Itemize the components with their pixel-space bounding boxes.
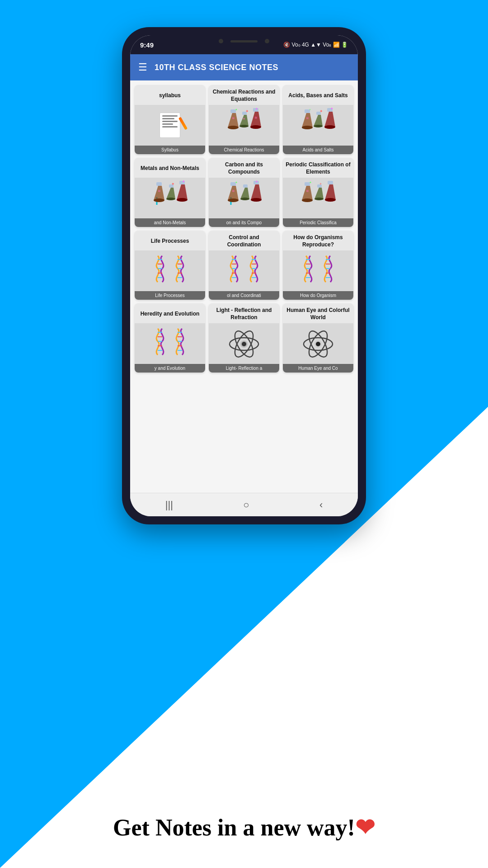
svg-point-23 <box>314 125 323 127</box>
card-control-coordination-image <box>209 250 279 291</box>
card-chemical-reactions[interactable]: Chemical Reactions and Equations ≋ <box>209 85 279 154</box>
svg-point-26 <box>324 125 335 129</box>
recent-apps-button[interactable]: ||| <box>165 499 173 511</box>
card-acids-bases-salts[interactable]: Acids, Bases and Salts ≋ <box>283 85 353 154</box>
svg-text:≋: ≋ <box>158 189 161 193</box>
card-metals-non-metals[interactable]: Metals and Non-Metals ≋ <box>135 158 205 227</box>
back-button[interactable]: ‹ <box>319 499 323 511</box>
svg-point-58 <box>302 198 313 202</box>
status-time: 9:49 <box>140 41 154 49</box>
card-organisms-reproduce-label: How do Organism <box>283 291 353 300</box>
svg-point-46 <box>228 198 239 202</box>
card-life-processes-label: Life Processes <box>135 291 205 300</box>
svg-text:✦: ✦ <box>309 181 312 184</box>
svg-text:✦: ✦ <box>330 107 333 111</box>
card-organisms-reproduce[interactable]: How do Organisms Reproduce? <box>283 231 353 300</box>
svg-point-65 <box>325 198 336 202</box>
svg-marker-45 <box>228 186 239 200</box>
svg-text:≋: ≋ <box>243 117 245 120</box>
card-heredity-evolution-label: y and Evolution <box>135 364 205 373</box>
svg-point-62 <box>314 198 324 200</box>
subject-grid-area: syllabus <box>130 80 358 493</box>
card-control-coordination-title: Control and Coordination <box>209 231 279 250</box>
svg-marker-18 <box>302 113 313 127</box>
phone-notch <box>203 35 285 47</box>
card-syllabus[interactable]: syllabus <box>135 85 205 154</box>
svg-text:≋: ≋ <box>254 116 258 120</box>
card-carbon-compounds-label: on and its Compo <box>209 218 279 227</box>
svg-marker-64 <box>325 184 336 200</box>
svg-marker-3 <box>228 113 239 127</box>
phone-mockup: 9:49 🔇 Vo₀ 4G ▲▼ Vo₈ 📶 🔋 ☰ 10TH CLASS SC… <box>122 27 366 524</box>
svg-point-33 <box>154 198 164 202</box>
card-acids-bases-salts-image: ≋ <box>283 105 353 146</box>
card-control-coordination[interactable]: Control and Coordination <box>209 231 279 300</box>
card-carbon-compounds-image: ≋ <box>209 178 279 218</box>
app-title: 10TH CLASS SCIENCE NOTES <box>155 63 278 72</box>
card-human-eye-image <box>283 323 353 364</box>
svg-text:+: + <box>319 182 322 186</box>
svg-rect-63 <box>328 181 333 184</box>
card-heredity-evolution[interactable]: Heredity and Evolution <box>135 303 205 373</box>
card-carbon-compounds-title: Carbon and its Compounds <box>209 158 279 178</box>
card-life-processes-title: Life Processes <box>135 231 205 250</box>
svg-marker-52 <box>251 184 262 200</box>
svg-text:✦: ✦ <box>255 107 258 110</box>
svg-marker-49 <box>240 188 249 199</box>
tagline: Get Notes in a new way!❤ <box>0 814 488 841</box>
speaker <box>230 40 258 42</box>
card-organisms-reproduce-image <box>283 250 353 291</box>
svg-point-8 <box>239 125 249 127</box>
svg-text:✦: ✦ <box>255 180 258 183</box>
hamburger-menu-icon[interactable]: ☰ <box>138 61 147 73</box>
app-header: ☰ 10TH CLASS SCIENCE NOTES <box>130 54 358 80</box>
card-heredity-evolution-image <box>135 323 205 364</box>
svg-marker-22 <box>314 115 323 126</box>
card-syllabus-image <box>135 105 205 146</box>
card-carbon-compounds[interactable]: Carbon and its Compounds ≋ <box>209 158 279 227</box>
svg-marker-61 <box>314 188 324 199</box>
svg-marker-32 <box>154 186 164 200</box>
svg-point-19 <box>302 126 313 129</box>
card-chemical-reactions-title: Chemical Reactions and Equations <box>209 85 279 105</box>
svg-rect-48 <box>243 184 248 188</box>
card-light-reflection-title: Light - Reflection and Refraction <box>209 303 279 323</box>
svg-point-37 <box>166 198 175 200</box>
svg-point-12 <box>250 125 261 129</box>
svg-text:≋: ≋ <box>306 189 309 193</box>
sensor <box>265 39 269 43</box>
card-light-reflection[interactable]: Light - Reflection and Refraction <box>209 303 279 373</box>
svg-text:≋: ≋ <box>306 116 309 120</box>
svg-text:+: + <box>309 108 311 111</box>
card-periodic-classification-image: ≋ <box>283 178 353 218</box>
svg-marker-36 <box>166 188 175 199</box>
card-human-eye[interactable]: Human Eye and Colorful World Human Eye a… <box>283 303 353 373</box>
card-control-coordination-label: ol and Coordinati <box>209 291 279 300</box>
card-chemical-reactions-label: Chemical Reactions <box>209 146 279 154</box>
svg-point-40 <box>177 198 188 202</box>
svg-marker-7 <box>239 115 249 126</box>
navigation-bar: ||| ○ ‹ <box>130 493 358 516</box>
card-syllabus-label: Syllabus <box>135 146 205 154</box>
svg-text:✦: ✦ <box>235 108 238 111</box>
front-camera <box>219 39 223 43</box>
home-button[interactable]: ○ <box>243 499 249 511</box>
svg-text:✦: ✦ <box>235 181 238 184</box>
card-metals-non-metals-title: Metals and Non-Metals <box>135 158 205 178</box>
card-periodic-classification-title: Periodic Classification of Elements <box>283 158 353 178</box>
card-light-reflection-image <box>209 323 279 364</box>
svg-marker-39 <box>177 184 188 200</box>
svg-point-53 <box>251 198 262 202</box>
svg-text:✦: ✦ <box>319 109 323 113</box>
svg-point-112 <box>242 342 246 346</box>
card-life-processes[interactable]: Life Processes <box>135 231 205 300</box>
svg-marker-25 <box>324 112 335 127</box>
card-periodic-classification[interactable]: Periodic Classification of Elements ≋ <box>283 158 353 227</box>
card-human-eye-label: Human Eye and Co <box>283 364 353 373</box>
card-metals-non-metals-label: and Non-Metals <box>135 218 205 227</box>
svg-text:✦: ✦ <box>245 109 249 113</box>
card-chemical-reactions-image: ≋ ≋ <box>209 105 279 146</box>
card-human-eye-title: Human Eye and Colorful World <box>283 303 353 323</box>
svg-point-117 <box>316 342 320 346</box>
subject-grid: syllabus <box>135 85 353 373</box>
